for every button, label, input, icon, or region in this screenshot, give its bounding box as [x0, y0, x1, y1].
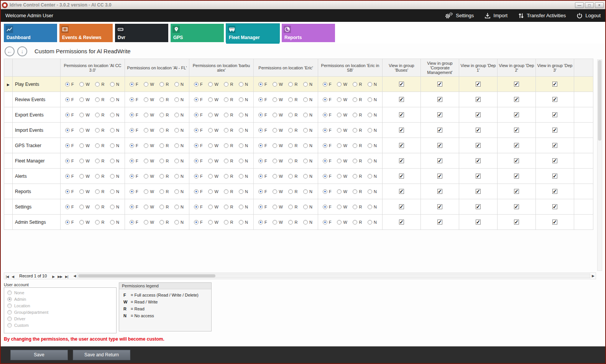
group-checkbox[interactable]: ✓ [514, 158, 519, 163]
radio-option-w[interactable]: W [79, 82, 89, 87]
radio-option-n[interactable]: N [303, 113, 312, 117]
radio-option-f[interactable]: F [65, 97, 74, 102]
radio-option-n[interactable]: N [174, 205, 184, 209]
radio-option-w[interactable]: W [208, 159, 218, 163]
radio-option-f[interactable]: F [65, 220, 74, 225]
radio-option-w[interactable]: W [273, 97, 282, 102]
radio-option-n[interactable]: N [239, 220, 248, 225]
radio-option-w[interactable]: W [208, 189, 218, 194]
account-type-option-none[interactable]: None [7, 290, 113, 295]
radio-option-n[interactable]: N [368, 205, 377, 209]
record-first-button[interactable]: |◀ [4, 275, 10, 279]
group-checkbox[interactable]: ✓ [437, 158, 442, 163]
group-checkbox[interactable]: ✓ [437, 189, 442, 194]
radio-option-n[interactable]: N [368, 143, 377, 148]
tab-gps[interactable]: GPS [171, 24, 224, 42]
radio-option-f[interactable]: F [65, 189, 74, 194]
radio-option-r[interactable]: R [288, 159, 297, 163]
tab-events-reviews[interactable]: Events & Reviews [59, 24, 113, 42]
radio-option-n[interactable]: N [174, 128, 184, 133]
group-checkbox[interactable]: ✓ [399, 204, 404, 209]
radio-option-f[interactable]: F [65, 113, 74, 117]
radio-option-w[interactable]: W [79, 174, 89, 179]
radio-option-w[interactable]: W [79, 143, 89, 148]
radio-option-w[interactable]: W [208, 220, 218, 225]
group-checkbox[interactable]: ✓ [399, 128, 404, 133]
import-button[interactable]: Import [484, 13, 507, 19]
radio-option-f[interactable]: F [130, 189, 138, 194]
radio-option-n[interactable]: N [110, 205, 119, 209]
radio-option-r[interactable]: R [224, 159, 233, 163]
radio-option-r[interactable]: R [159, 113, 169, 117]
close-button[interactable]: × [595, 2, 604, 8]
radio-option-r[interactable]: R [288, 174, 297, 179]
radio-option-r[interactable]: R [224, 128, 233, 133]
radio-option-r[interactable]: R [353, 159, 362, 163]
radio-option-w[interactable]: W [273, 143, 282, 148]
save-button[interactable]: Save [10, 350, 68, 360]
radio-option-r[interactable]: R [95, 189, 104, 194]
radio-option-r[interactable]: R [353, 205, 362, 209]
radio-option-w[interactable]: W [79, 205, 89, 209]
radio-option-n[interactable]: N [110, 113, 119, 117]
radio-option-w[interactable]: W [79, 220, 89, 225]
radio-option-r[interactable]: R [224, 189, 233, 194]
radio-option-w[interactable]: W [273, 159, 282, 163]
radio-option-w[interactable]: W [144, 205, 154, 209]
radio-option-n[interactable]: N [174, 159, 184, 163]
radio-option-r[interactable]: R [288, 97, 297, 102]
radio-option-r[interactable]: R [159, 82, 169, 87]
radio-option-f[interactable]: F [258, 113, 267, 117]
radio-option-f[interactable]: F [194, 174, 203, 179]
radio-option-f[interactable]: F [194, 82, 203, 87]
radio-option-w[interactable]: W [208, 205, 218, 209]
group-checkbox[interactable]: ✓ [552, 82, 557, 87]
radio-option-w[interactable]: W [337, 82, 347, 87]
radio-option-r[interactable]: R [95, 143, 104, 148]
group-checkbox[interactable]: ✓ [399, 97, 404, 102]
radio-option-w[interactable]: W [79, 159, 89, 163]
radio-option-f[interactable]: F [323, 82, 332, 87]
radio-option-w[interactable]: W [144, 159, 154, 163]
radio-option-r[interactable]: R [353, 97, 362, 102]
group-checkbox[interactable]: ✓ [437, 97, 442, 102]
radio-option-n[interactable]: N [303, 220, 312, 225]
group-checkbox[interactable]: ✓ [514, 143, 519, 148]
account-type-option-driver[interactable]: Driver [7, 316, 113, 321]
group-checkbox[interactable]: ✓ [514, 204, 519, 209]
radio-option-w[interactable]: W [337, 174, 347, 179]
radio-option-f[interactable]: F [65, 159, 74, 163]
radio-option-n[interactable]: N [303, 97, 312, 102]
radio-option-r[interactable]: R [353, 189, 362, 194]
radio-option-r[interactable]: R [224, 97, 233, 102]
radio-option-n[interactable]: N [110, 174, 119, 179]
radio-option-w[interactable]: W [273, 128, 282, 133]
radio-option-r[interactable]: R [224, 143, 233, 148]
radio-option-f[interactable]: F [65, 82, 74, 87]
tab-reports[interactable]: Reports [282, 24, 335, 42]
group-checkbox[interactable]: ✓ [437, 204, 442, 209]
radio-option-r[interactable]: R [288, 205, 297, 209]
group-checkbox[interactable]: ✓ [399, 220, 404, 225]
group-checkbox[interactable]: ✓ [514, 112, 519, 117]
group-checkbox[interactable]: ✓ [552, 174, 557, 179]
hscroll-left-button[interactable]: ◀ [72, 274, 77, 278]
radio-option-n[interactable]: N [110, 82, 119, 87]
maximize-button[interactable]: □ [585, 2, 594, 8]
radio-option-f[interactable]: F [323, 189, 332, 194]
radio-option-r[interactable]: R [224, 113, 233, 117]
radio-option-f[interactable]: F [258, 143, 267, 148]
tab-dvr[interactable]: Dvr [115, 24, 168, 42]
radio-option-w[interactable]: W [337, 113, 347, 117]
radio-option-n[interactable]: N [110, 143, 119, 148]
group-checkbox[interactable]: ✓ [437, 112, 442, 117]
radio-option-w[interactable]: W [79, 97, 89, 102]
radio-option-w[interactable]: W [337, 143, 347, 148]
radio-option-r[interactable]: R [353, 82, 362, 87]
record-next-button[interactable]: ▶ [51, 275, 56, 279]
radio-option-n[interactable]: N [303, 205, 312, 209]
radio-option-n[interactable]: N [303, 82, 312, 87]
radio-option-w[interactable]: W [273, 113, 282, 117]
radio-option-r[interactable]: R [95, 220, 104, 225]
group-checkbox[interactable]: ✓ [476, 220, 481, 225]
